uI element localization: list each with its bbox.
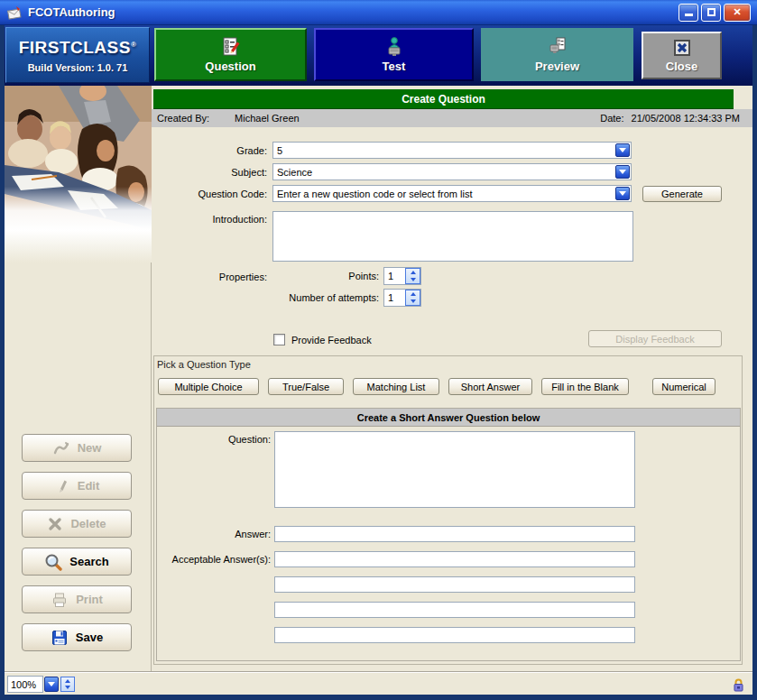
subject-dropdown-arrow-icon[interactable] <box>615 165 630 179</box>
question-type-section-label: Pick a Question Type <box>157 359 251 370</box>
window-title: FCOTAuthoring <box>28 5 676 19</box>
created-by-value: Michael Green <box>235 113 300 124</box>
created-by-label: Created By: <box>157 113 209 124</box>
nav-close-button[interactable]: Close <box>642 32 722 79</box>
acceptable-answer-input-3[interactable] <box>274 602 635 618</box>
provide-feedback-label: Provide Feedback <box>291 335 372 345</box>
question-checklist-icon <box>220 36 242 58</box>
zoom-stepper-icon[interactable] <box>60 677 75 692</box>
grade-dropdown-arrow-icon[interactable] <box>615 143 630 157</box>
new-label: New <box>78 441 102 455</box>
new-icon <box>52 440 70 456</box>
attempts-label: Number of attempts: <box>271 292 379 303</box>
generate-button[interactable]: Generate <box>642 186 722 202</box>
nav-preview-button[interactable]: Preview <box>481 28 633 81</box>
minimize-icon <box>685 9 693 16</box>
edit-label: Edit <box>78 479 100 493</box>
delete-x-icon <box>47 516 63 532</box>
delete-label: Delete <box>70 517 106 530</box>
grade-label: Grade: <box>141 145 267 156</box>
zoom-level-field[interactable]: 100% <box>7 676 43 693</box>
attempts-stepper[interactable]: 1 <box>383 289 421 307</box>
save-button[interactable]: Save <box>22 623 132 651</box>
app-icon <box>6 5 23 21</box>
acceptable-answers-label: Acceptable Answer(s): <box>126 554 271 565</box>
question-type-button-row: Multiple Choice True/False Matching List… <box>158 378 715 395</box>
lock-icon <box>732 677 745 692</box>
subject-label: Subject: <box>141 167 267 178</box>
close-x-icon <box>672 38 692 58</box>
search-magnifier-icon <box>44 553 62 571</box>
acceptable-answer-input-2[interactable] <box>274 576 635 593</box>
acceptable-answer-input-4[interactable] <box>274 627 635 643</box>
minimize-button[interactable] <box>679 4 698 22</box>
question-code-select[interactable]: Enter a new question code or select from… <box>272 185 632 202</box>
grade-select[interactable]: 5 <box>272 142 632 159</box>
page-title: Create Question <box>402 93 485 106</box>
question-code-label: Question Code: <box>141 189 267 199</box>
maximize-button[interactable] <box>701 4 721 22</box>
zoom-widget: 100% <box>7 676 75 693</box>
points-stepper[interactable]: 1 <box>383 267 421 285</box>
date-value: 21/05/2008 12:34:33 PM <box>632 113 740 124</box>
delete-button[interactable]: Delete <box>22 510 132 538</box>
save-floppy-icon <box>51 629 69 647</box>
attempts-value: 1 <box>384 290 405 306</box>
print-button[interactable]: Print <box>22 585 132 613</box>
provide-feedback-checkbox[interactable] <box>273 334 285 345</box>
display-feedback-button[interactable]: Display Feedback <box>588 330 722 347</box>
classroom-photo <box>5 86 152 262</box>
logo-text: FirstClass® <box>19 38 137 58</box>
fill-in-the-blank-button[interactable]: Fill in the Blank <box>541 378 629 395</box>
question-type-groupbox: Pick a Question Type Multiple Choice Tru… <box>153 355 743 665</box>
edit-pencil-icon <box>54 478 70 494</box>
introduction-textarea[interactable] <box>272 211 633 262</box>
points-spinner-icon[interactable] <box>405 268 420 284</box>
multiple-choice-button[interactable]: Multiple Choice <box>158 378 259 395</box>
short-answer-button[interactable]: Short Answer <box>448 378 532 395</box>
nav-close-label: Close <box>666 60 697 73</box>
search-button[interactable]: Search <box>22 548 132 576</box>
introduction-label: Introduction: <box>141 214 267 225</box>
subject-select[interactable]: Science <box>272 163 632 180</box>
attempts-spinner-icon[interactable] <box>405 290 420 306</box>
acceptable-answer-input-1[interactable] <box>274 551 635 567</box>
nav-test-label: Test <box>383 60 406 73</box>
search-label: Search <box>69 555 108 568</box>
print-label: Print <box>76 593 103 606</box>
short-answer-header: Create a Short Answer Question below <box>157 409 740 427</box>
zoom-dropdown-arrow-icon[interactable] <box>44 677 59 692</box>
question-code-value: Enter a new question code or select from… <box>277 189 472 199</box>
properties-label: Properties: <box>141 272 267 282</box>
short-answer-section: Create a Short Answer Question below Que… <box>156 408 741 661</box>
close-window-button[interactable]: ✕ <box>724 4 751 22</box>
close-icon: ✕ <box>733 6 741 18</box>
question-code-dropdown-arrow-icon[interactable] <box>615 187 630 200</box>
nav-question-button[interactable]: Question <box>154 28 307 81</box>
test-person-icon <box>383 36 405 58</box>
points-value: 1 <box>384 268 405 284</box>
maximize-icon <box>707 8 715 16</box>
new-button[interactable]: New <box>22 434 132 462</box>
fcot-authoring-window: { "window": { "title": "FCOTAuthoring", … <box>0 0 757 700</box>
page-title-banner: Create Question <box>153 89 734 109</box>
build-version: Build Version: 1.0. 71 <box>28 62 128 73</box>
answer-label: Answer: <box>126 529 271 539</box>
numerical-button[interactable]: Numerical <box>652 378 715 395</box>
nav-test-button[interactable]: Test <box>314 28 474 81</box>
answer-input[interactable] <box>274 526 635 542</box>
date-label: Date: <box>600 113 623 124</box>
registered-mark: ® <box>131 40 136 48</box>
subject-value: Science <box>277 167 312 178</box>
edit-button[interactable]: Edit <box>22 472 132 500</box>
nav-question-label: Question <box>205 60 255 73</box>
firstclass-logo: FirstClass® Build Version: 1.0. 71 <box>5 27 150 83</box>
print-icon <box>51 591 69 609</box>
question-textarea[interactable] <box>274 431 635 508</box>
title-bar[interactable]: FCOTAuthoring ✕ <box>0 0 757 25</box>
question-label: Question: <box>126 434 271 445</box>
points-label: Points: <box>271 271 379 281</box>
matching-list-button[interactable]: Matching List <box>353 378 439 395</box>
grade-value: 5 <box>277 145 282 156</box>
true-false-button[interactable]: True/False <box>268 378 344 395</box>
